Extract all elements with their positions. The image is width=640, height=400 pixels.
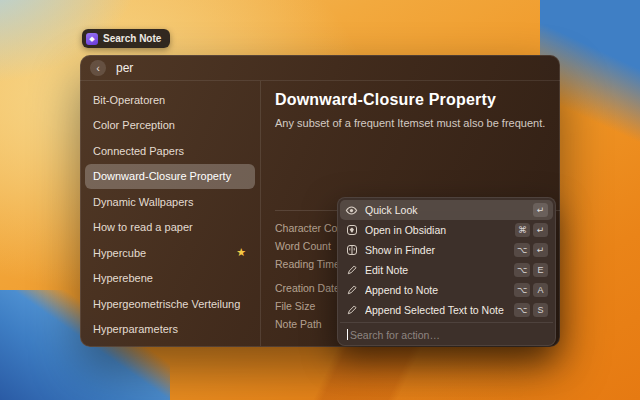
chevron-left-icon: ‹: [96, 62, 100, 74]
search-input[interactable]: per: [116, 61, 133, 75]
key-cmd: ⌘: [515, 223, 530, 237]
key-option: ⌥: [514, 283, 530, 297]
pencil-icon: [345, 284, 358, 297]
list-item[interactable]: Hypergeometrische Verteilung: [85, 291, 255, 317]
list-item-selected[interactable]: Downward-Closure Property: [85, 164, 255, 190]
key-return: ↵: [533, 223, 548, 237]
key-return: ↵: [533, 203, 548, 217]
obsidian-app-icon: [345, 224, 358, 237]
key-e: E: [533, 263, 548, 277]
key-option: ⌥: [514, 263, 530, 277]
list-item[interactable]: Color Perception: [85, 113, 255, 139]
key-a: A: [533, 283, 548, 297]
menu-item-append-to-note[interactable]: Append to Note ⌥A: [340, 280, 553, 300]
list-item[interactable]: Bit-Operatoren: [85, 87, 255, 113]
star-icon: ★: [236, 246, 246, 259]
obsidian-icon: ◆: [86, 33, 98, 45]
list-item[interactable]: Dynamic Wallpapers: [85, 189, 255, 215]
action-search-input[interactable]: Search for action…: [340, 322, 553, 346]
key-return: ↵: [533, 243, 548, 257]
action-menu: Quick Look ↵ Open in Obsidian ⌘↵ Show in…: [337, 197, 556, 346]
note-title: Downward-Closure Property: [275, 91, 546, 109]
list-item[interactable]: How to read a paper: [85, 215, 255, 241]
finder-icon: [345, 244, 358, 257]
list-item[interactable]: Connected Papers: [85, 138, 255, 164]
menu-item-open-in-obsidian[interactable]: Open in Obsidian ⌘↵: [340, 220, 553, 240]
back-button[interactable]: ‹: [90, 60, 106, 76]
eye-icon: [345, 204, 358, 217]
note-summary: Any subset of a frequent Itemset must al…: [275, 117, 546, 129]
window-title: Search Note: [103, 33, 161, 44]
menu-item-edit-note[interactable]: Edit Note ⌥E: [340, 260, 553, 280]
desktop: ◆ Search Note ‹ per Bit-Operatoren Color…: [0, 0, 640, 400]
list-item[interactable]: Hyperparameters: [85, 317, 255, 343]
menu-item-append-selected-text[interactable]: Append Selected Text to Note ⌥S: [340, 300, 553, 320]
pencil-icon: [345, 304, 358, 317]
key-option: ⌥: [514, 243, 530, 257]
key-s: S: [533, 303, 548, 317]
action-search-placeholder: Search for action…: [350, 329, 440, 341]
search-bar: ‹ per: [80, 55, 560, 81]
menu-item-quick-look[interactable]: Quick Look ↵: [340, 200, 553, 220]
window-title-pill: ◆ Search Note: [82, 29, 170, 48]
list-item[interactable]: Hyperebene: [85, 266, 255, 292]
pencil-icon: [345, 264, 358, 277]
text-cursor: [347, 329, 348, 340]
key-option: ⌥: [514, 303, 530, 317]
menu-item-show-in-finder[interactable]: Show in Finder ⌥↵: [340, 240, 553, 260]
note-list: Bit-Operatoren Color Perception Connecte…: [80, 81, 260, 346]
list-item[interactable]: Hypercube★: [85, 240, 255, 266]
